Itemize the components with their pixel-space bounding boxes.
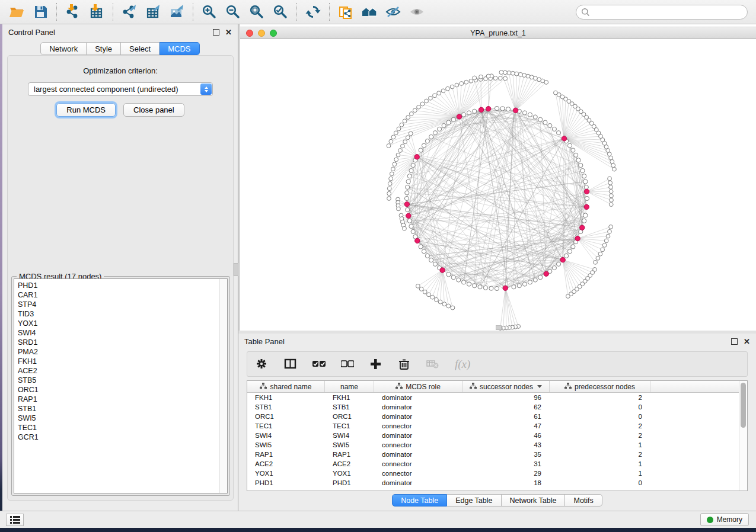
table-cell[interactable]: dominator xyxy=(374,403,462,411)
float-table-panel-icon[interactable] xyxy=(731,338,738,345)
show-all-icon[interactable] xyxy=(405,2,429,22)
table-cell[interactable]: dominator xyxy=(374,479,462,486)
table-scrollbar-thumb[interactable] xyxy=(741,383,746,428)
table-cell[interactable]: 62 xyxy=(462,403,550,411)
table-cell[interactable]: 46 xyxy=(462,432,550,439)
table-cell[interactable]: 1 xyxy=(550,470,650,477)
table-mode-gear-icon[interactable] xyxy=(256,358,269,370)
export-table-icon[interactable] xyxy=(141,2,165,22)
table-cell[interactable]: FKH1 xyxy=(247,394,325,401)
column-header-shared-name[interactable]: shared name xyxy=(247,381,325,392)
add-column-icon[interactable] xyxy=(369,358,382,370)
table-cell[interactable]: 0 xyxy=(550,479,650,486)
table-row[interactable]: SWI5SWI5connector431 xyxy=(247,440,739,450)
column-header-predecessor-nodes[interactable]: predecessor nodes xyxy=(550,381,650,392)
table-cell[interactable]: 1 xyxy=(550,441,650,448)
table-cell[interactable]: 2 xyxy=(550,422,650,430)
table-cell[interactable]: SWI5 xyxy=(325,441,374,448)
mcds-result-item[interactable]: TEC1 xyxy=(18,423,219,432)
table-cell[interactable]: STB1 xyxy=(247,403,325,411)
table-cell[interactable]: 47 xyxy=(462,422,550,430)
table-cell[interactable]: PHD1 xyxy=(247,479,325,486)
table-cell[interactable]: 0 xyxy=(550,413,650,420)
table-cell[interactable]: 2 xyxy=(550,394,650,401)
search-input[interactable] xyxy=(576,5,748,20)
table-row[interactable]: FKH1FKH1dominator962 xyxy=(247,393,739,402)
table-cell[interactable]: 29 xyxy=(462,470,550,477)
tab-motifs[interactable]: Motifs xyxy=(565,494,602,507)
table-cell[interactable]: YOX1 xyxy=(325,470,374,477)
table-cell[interactable]: 43 xyxy=(462,441,550,448)
tab-network[interactable]: Network xyxy=(40,42,87,55)
new-network-from-selection-icon[interactable] xyxy=(334,2,358,22)
table-row[interactable]: TEC1TEC1connector472 xyxy=(247,421,739,431)
mcds-result-item[interactable]: PHD1 xyxy=(18,281,219,290)
tab-select[interactable]: Select xyxy=(121,42,160,55)
table-row[interactable]: ORC1ORC1dominator610 xyxy=(247,412,739,421)
table-cell[interactable]: dominator xyxy=(374,451,462,458)
network-canvas[interactable] xyxy=(240,40,756,331)
table-cell[interactable]: SWI4 xyxy=(247,432,325,439)
mcds-result-item[interactable]: SRD1 xyxy=(18,338,219,347)
deselect-all-rows-icon[interactable] xyxy=(341,358,354,370)
table-cell[interactable]: 31 xyxy=(462,460,550,467)
table-cell[interactable]: 61 xyxy=(462,413,550,420)
horizontal-splitter-grip[interactable] xyxy=(496,325,502,330)
table-cell[interactable]: RAP1 xyxy=(247,451,325,458)
table-row[interactable]: RAP1RAP1dominator352 xyxy=(247,450,739,459)
memory-button[interactable]: Memory xyxy=(700,513,749,526)
table-cell[interactable]: dominator xyxy=(374,432,462,439)
mcds-result-item[interactable]: FKH1 xyxy=(18,357,219,366)
table-cell[interactable]: 2 xyxy=(550,432,650,439)
table-cell[interactable]: ORC1 xyxy=(247,413,325,420)
tab-mcds[interactable]: MCDS xyxy=(160,42,199,55)
hide-selection-icon[interactable] xyxy=(381,2,405,22)
first-neighbors-icon[interactable] xyxy=(358,2,381,22)
table-cell[interactable]: dominator xyxy=(374,413,462,420)
table-row[interactable]: STB1STB1dominator620 xyxy=(247,402,739,412)
tab-node-table[interactable]: Node Table xyxy=(392,494,447,507)
optimization-criterion-select[interactable]: largest connected component (undirected) xyxy=(28,82,213,96)
open-file-icon[interactable] xyxy=(5,2,28,22)
table-scrollbar[interactable] xyxy=(739,381,747,491)
mcds-result-item[interactable]: ORC1 xyxy=(18,385,219,395)
table-cell[interactable]: connector xyxy=(374,422,462,430)
table-cell[interactable]: connector xyxy=(374,470,462,477)
mcds-result-item[interactable]: YOX1 xyxy=(18,319,219,328)
table-cell[interactable]: ACE2 xyxy=(247,460,325,467)
run-mcds-button[interactable]: Run MCDS xyxy=(56,103,116,117)
mcds-result-item[interactable]: RAP1 xyxy=(18,395,219,404)
zoom-out-icon[interactable] xyxy=(221,2,245,22)
export-network-icon[interactable] xyxy=(117,2,141,22)
column-header-MCDS-role[interactable]: MCDS role xyxy=(374,381,462,392)
mcds-result-item[interactable]: STB1 xyxy=(18,404,219,414)
import-table-icon[interactable] xyxy=(85,2,109,22)
mcds-result-item[interactable]: GCR1 xyxy=(18,432,219,442)
table-cell[interactable]: TEC1 xyxy=(325,422,374,430)
select-all-rows-icon[interactable] xyxy=(312,358,326,370)
table-row[interactable]: YOX1YOX1connector291 xyxy=(247,469,739,478)
zoom-in-icon[interactable] xyxy=(197,2,221,22)
table-row[interactable]: PHD1PHD1dominator180 xyxy=(247,478,739,488)
table-cell[interactable]: 0 xyxy=(550,403,650,411)
table-cell[interactable]: STB1 xyxy=(325,403,374,411)
show-panels-button[interactable] xyxy=(6,514,24,526)
save-session-icon[interactable] xyxy=(28,2,52,22)
table-cell[interactable]: 35 xyxy=(462,451,550,458)
close-panel-button[interactable]: Close panel xyxy=(123,103,184,117)
table-cell[interactable]: ORC1 xyxy=(325,413,374,420)
mcds-result-item[interactable]: STP4 xyxy=(18,300,219,309)
delete-columns-icon[interactable] xyxy=(398,358,411,370)
table-cell[interactable]: FKH1 xyxy=(325,394,374,401)
table-cell[interactable]: 2 xyxy=(550,451,650,458)
table-cell[interactable]: PHD1 xyxy=(325,479,374,486)
apply-layout-icon[interactable] xyxy=(301,2,325,22)
mcds-result-item[interactable]: STB5 xyxy=(18,376,219,385)
mcds-result-item[interactable]: SWI4 xyxy=(18,328,219,338)
table-cell[interactable]: TEC1 xyxy=(247,422,325,430)
mcds-result-item[interactable]: ACE2 xyxy=(18,366,219,376)
table-cell[interactable]: connector xyxy=(374,460,462,467)
table-cell[interactable]: SWI4 xyxy=(325,432,374,439)
mcds-result-item[interactable]: SWI5 xyxy=(18,414,219,423)
show-columns-icon[interactable] xyxy=(284,358,297,370)
